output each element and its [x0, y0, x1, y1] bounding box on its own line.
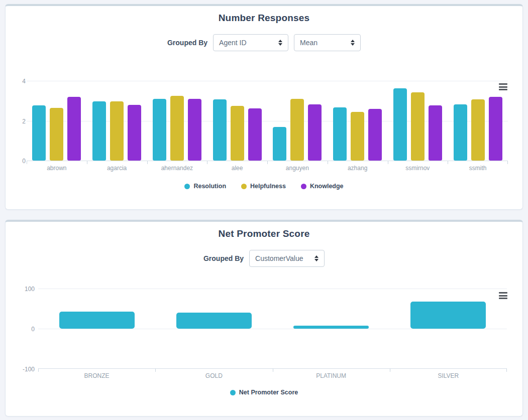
grouped-by-label: Grouped By: [203, 254, 244, 262]
bar-net-promoter-score-bronze[interactable]: [59, 312, 135, 329]
gridline: [38, 329, 507, 329]
grouped-by-label: Grouped By: [167, 39, 207, 47]
x-axis-label-ahernandez: ahernandez: [147, 165, 207, 172]
bar-resolution-anguyen[interactable]: [273, 127, 286, 161]
bar-group-agarcia: [87, 81, 147, 161]
aggregation-select-value: Mean: [300, 39, 318, 47]
legend-swatch: [184, 184, 190, 189]
legend-item-resolution[interactable]: Resolution: [184, 183, 226, 190]
bar-knowledge-ssmirnov[interactable]: [429, 105, 442, 161]
bar-knowledge-ssmith[interactable]: [489, 97, 502, 161]
x-axis-label-ssmith: ssmith: [448, 165, 508, 172]
bar-group-ssmirnov: [388, 81, 448, 161]
bar-group-bronze: [38, 289, 155, 329]
legend-label: Net Promoter Score: [239, 389, 298, 396]
x-axis-label-silver: SILVER: [390, 372, 507, 379]
bar-chart-plot-area: BRONZEGOLDPLATINUMSILVER: [38, 289, 507, 369]
bar-resolution-ahernandez[interactable]: [153, 99, 166, 161]
x-axis-label-abrown: abrown: [27, 165, 87, 172]
y-axis-tick-label: 0: [17, 326, 35, 333]
x-axis-tick: [507, 161, 508, 164]
x-axis-tick: [87, 161, 87, 164]
bar-knowledge-agarcia[interactable]: [128, 105, 141, 161]
x-axis-label-ssmirnov: ssmirnov: [388, 165, 448, 172]
bar-helpfulness-ssmith[interactable]: [471, 99, 485, 161]
x-axis-label-alee: alee: [207, 165, 267, 172]
net-promoter-score-panel: Net Promoter Score Grouped By CustomerVa…: [5, 220, 523, 416]
x-axis-tick: [207, 161, 207, 164]
bar-knowledge-anguyen[interactable]: [308, 104, 322, 161]
x-axis-ticks: [38, 368, 507, 372]
x-axis-tick: [267, 161, 268, 164]
y-axis-tick-label: -100: [17, 366, 35, 373]
x-axis-tick: [448, 161, 448, 164]
bar-knowledge-abrown[interactable]: [67, 97, 81, 161]
bar-resolution-alee[interactable]: [213, 99, 227, 161]
bar-helpfulness-abrown[interactable]: [50, 108, 63, 161]
legend-item-helpfulness[interactable]: Helpfulness: [241, 183, 286, 190]
x-axis-labels: abrownagarciaahernandezaleeanguyenazhang…: [27, 165, 508, 172]
y-axis-tick-label: 2: [8, 118, 26, 125]
chart-legend: Net Promoter Score: [6, 389, 522, 396]
chart-legend: ResolutionHelpfulnessKnowledge: [6, 183, 522, 190]
x-axis-tick: [38, 369, 39, 372]
x-axis-label-bronze: BRONZE: [38, 372, 155, 379]
bar-net-promoter-score-silver[interactable]: [410, 302, 486, 329]
x-axis-tick: [328, 161, 328, 164]
bar-helpfulness-ahernandez[interactable]: [170, 96, 184, 161]
x-axis-label-anguyen: anguyen: [267, 165, 328, 172]
legend-swatch: [230, 390, 236, 395]
group-by-select[interactable]: CustomerValue: [249, 250, 325, 267]
bar-helpfulness-agarcia[interactable]: [110, 101, 124, 161]
bar-group-gold: [155, 289, 272, 329]
bar-resolution-ssmith[interactable]: [454, 104, 467, 161]
x-axis-tick: [388, 161, 388, 164]
legend-label: Knowledge: [310, 183, 344, 190]
bar-helpfulness-anguyen[interactable]: [290, 99, 304, 161]
bar-net-promoter-score-platinum[interactable]: [293, 326, 369, 329]
y-axis-tick-label: 0: [8, 158, 26, 165]
y-axis-tick-label: 100: [17, 286, 35, 293]
legend-label: Resolution: [193, 183, 226, 190]
bars-layer: [27, 81, 508, 161]
bar-group-abrown: [27, 81, 87, 161]
bar-group-azhang: [328, 81, 388, 161]
bar-helpfulness-ssmirnov[interactable]: [411, 92, 425, 161]
select-updown-icon: [278, 40, 282, 46]
select-updown-icon: [351, 40, 355, 46]
bar-group-platinum: [273, 289, 390, 329]
legend-item-net-promoter-score[interactable]: Net Promoter Score: [230, 389, 298, 396]
bar-resolution-abrown[interactable]: [32, 105, 46, 161]
x-axis-label-azhang: azhang: [328, 165, 388, 172]
bar-helpfulness-alee[interactable]: [231, 106, 244, 161]
bar-resolution-agarcia[interactable]: [92, 101, 106, 161]
bar-knowledge-ahernandez[interactable]: [188, 99, 201, 161]
x-axis-tick: [506, 369, 507, 372]
number-responses-panel: Number Responses Grouped By Agent ID Mea…: [5, 4, 523, 210]
bar-helpfulness-azhang[interactable]: [351, 112, 364, 161]
bar-knowledge-alee[interactable]: [248, 108, 262, 161]
bar-knowledge-azhang[interactable]: [368, 109, 382, 161]
x-axis-tick: [27, 161, 27, 164]
bar-net-promoter-score-gold[interactable]: [176, 313, 252, 329]
aggregation-select[interactable]: Mean: [294, 34, 361, 51]
bar-group-alee: [207, 81, 267, 161]
group-by-select[interactable]: Agent ID: [213, 34, 288, 51]
x-axis-labels: BRONZEGOLDPLATINUMSILVER: [38, 372, 507, 379]
panel-title: Net Promoter Score: [6, 228, 522, 239]
bar-resolution-azhang[interactable]: [333, 107, 347, 161]
bar-chart-plot-area: abrownagarciaahernandezaleeanguyenazhang…: [27, 81, 508, 161]
group-by-select-value: CustomerValue: [255, 254, 303, 262]
legend-swatch: [301, 184, 306, 189]
legend-label: Helpfulness: [250, 183, 286, 190]
legend-item-knowledge[interactable]: Knowledge: [301, 183, 344, 190]
chart-controls: Grouped By CustomerValue: [6, 250, 522, 267]
bar-resolution-ssmirnov[interactable]: [393, 88, 407, 161]
bar-group-anguyen: [267, 81, 328, 161]
x-axis-label-gold: GOLD: [155, 372, 272, 379]
x-axis-tick: [155, 369, 156, 372]
x-axis-tick: [390, 369, 390, 372]
group-by-select-value: Agent ID: [219, 39, 246, 47]
select-updown-icon: [314, 255, 319, 261]
x-axis-label-platinum: PLATINUM: [273, 372, 390, 379]
